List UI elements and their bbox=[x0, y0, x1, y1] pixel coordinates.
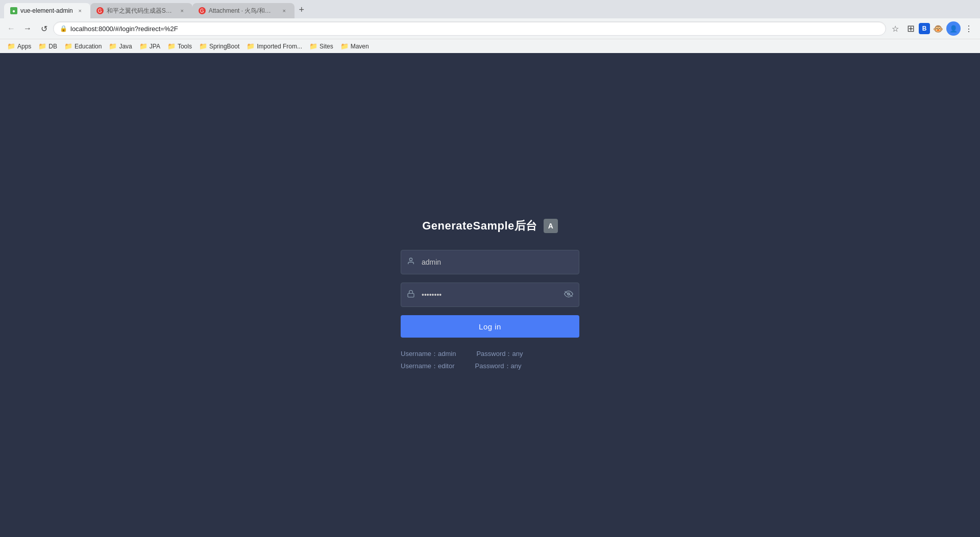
page-content: GenerateSample后台 A bbox=[0, 53, 980, 537]
bookmark-maven[interactable]: 📁 Maven bbox=[337, 41, 372, 51]
hint-section: Username：admin Password：any Username：edi… bbox=[401, 348, 579, 372]
tools-folder-icon: 📁 bbox=[167, 42, 176, 50]
svg-point-0 bbox=[409, 258, 412, 261]
bookmarks-bar: 📁 Apps 📁 DB 📁 Education 📁 Java 📁 JPA 📁 T… bbox=[0, 39, 980, 53]
hint-username-2: Username：editor bbox=[401, 360, 455, 372]
svg-rect-1 bbox=[408, 293, 414, 297]
forward-button[interactable]: → bbox=[20, 21, 35, 36]
username-input[interactable] bbox=[401, 250, 579, 274]
bookmark-springboot[interactable]: 📁 SpringBoot bbox=[196, 41, 242, 51]
browser-chrome: ● vue-element-admin × G 和平之翼代码生成器SME... … bbox=[0, 0, 980, 53]
imported-folder-icon: 📁 bbox=[247, 42, 255, 50]
bookmark-sites-label: Sites bbox=[320, 43, 333, 50]
menu-button[interactable]: ⋮ bbox=[962, 21, 976, 36]
maven-folder-icon: 📁 bbox=[340, 42, 349, 50]
back-button[interactable]: ← bbox=[4, 21, 18, 36]
page-title: GenerateSample后台 bbox=[422, 218, 537, 234]
bookmark-apps[interactable]: 📁 Apps bbox=[4, 41, 34, 51]
bookmark-sites[interactable]: 📁 Sites bbox=[306, 41, 336, 51]
tab-1-title: vue-element-admin bbox=[20, 7, 73, 14]
tab-3[interactable]: G Attachment · 火鸟/和平之... × bbox=[192, 3, 295, 18]
bookmark-imported[interactable]: 📁 Imported From... bbox=[243, 41, 305, 51]
address-bar-row: ← → ↺ 🔒 localhost:8000/#/login?redirect=… bbox=[0, 18, 980, 39]
bookmark-education-label: Education bbox=[75, 43, 102, 50]
address-lock-icon: 🔒 bbox=[60, 25, 67, 32]
tab-2[interactable]: G 和平之翼代码生成器SME... × bbox=[90, 3, 192, 18]
bookmark-tools-label: Tools bbox=[178, 43, 192, 50]
toolbar-right: ☆ ⊞ B 🐵 👤 ⋮ bbox=[888, 21, 976, 36]
login-title-row: GenerateSample后台 A bbox=[422, 218, 558, 234]
bookmark-java[interactable]: 📁 Java bbox=[106, 41, 135, 51]
hint-row-1: Username：admin Password：any bbox=[401, 348, 579, 360]
bitwarden-icon[interactable]: B bbox=[919, 23, 930, 34]
db-folder-icon: 📁 bbox=[38, 42, 46, 50]
hint-password-2: Password：any bbox=[475, 360, 522, 372]
bookmark-jpa-label: JPA bbox=[150, 43, 160, 50]
tab-bar: ● vue-element-admin × G 和平之翼代码生成器SME... … bbox=[0, 0, 980, 18]
bookmark-education[interactable]: 📁 Education bbox=[61, 41, 105, 51]
bookmark-springboot-label: SpringBoot bbox=[209, 43, 239, 50]
translate-icon-text: A bbox=[548, 222, 553, 230]
education-folder-icon: 📁 bbox=[64, 42, 72, 50]
user-icon bbox=[407, 257, 415, 267]
bookmark-maven-label: Maven bbox=[351, 43, 369, 50]
password-input[interactable] bbox=[401, 283, 579, 307]
login-container: GenerateSample后台 A bbox=[401, 218, 579, 372]
bookmark-jpa[interactable]: 📁 JPA bbox=[136, 41, 163, 51]
bookmark-db-label: DB bbox=[48, 43, 57, 50]
bookmark-star-button[interactable]: ☆ bbox=[888, 21, 902, 36]
tab-3-close[interactable]: × bbox=[280, 7, 288, 15]
hint-username-1: Username：admin bbox=[401, 348, 456, 360]
address-box[interactable]: 🔒 localhost:8000/#/login?redirect=%2F bbox=[53, 21, 886, 36]
tab-1-close[interactable]: × bbox=[76, 7, 84, 15]
password-toggle-icon[interactable] bbox=[564, 291, 573, 299]
bookmark-java-label: Java bbox=[119, 43, 132, 50]
apps-folder-icon: 📁 bbox=[7, 42, 15, 50]
bookmark-imported-label: Imported From... bbox=[257, 43, 302, 50]
translate-icon[interactable]: A bbox=[544, 219, 558, 233]
extensions-button[interactable]: ⊞ bbox=[903, 21, 918, 36]
profile-button[interactable]: 👤 bbox=[946, 21, 961, 36]
tab-1-favicon: ● bbox=[10, 7, 17, 14]
hint-row-2: Username：editor Password：any bbox=[401, 360, 579, 372]
login-button[interactable]: Log in bbox=[401, 315, 579, 338]
hint-password-1: Password：any bbox=[476, 348, 523, 360]
tab-2-close[interactable]: × bbox=[178, 7, 186, 15]
tab-1[interactable]: ● vue-element-admin × bbox=[4, 3, 90, 18]
password-form-group bbox=[401, 283, 579, 307]
bookmark-apps-label: Apps bbox=[17, 43, 31, 50]
tab-2-title: 和平之翼代码生成器SME... bbox=[107, 7, 175, 15]
tab-3-title: Attachment · 火鸟/和平之... bbox=[209, 7, 277, 15]
springboot-folder-icon: 📁 bbox=[199, 42, 207, 50]
addon-icon[interactable]: 🐵 bbox=[931, 21, 945, 36]
sites-folder-icon: 📁 bbox=[309, 42, 317, 50]
new-tab-button[interactable]: + bbox=[295, 3, 309, 17]
lock-icon bbox=[407, 290, 415, 300]
username-form-group bbox=[401, 250, 579, 274]
address-text: localhost:8000/#/login?redirect=%2F bbox=[70, 25, 879, 33]
bookmark-db[interactable]: 📁 DB bbox=[35, 41, 60, 51]
reload-button[interactable]: ↺ bbox=[37, 21, 51, 36]
tab-3-favicon: G bbox=[199, 7, 206, 14]
jpa-folder-icon: 📁 bbox=[139, 42, 148, 50]
bookmark-tools[interactable]: 📁 Tools bbox=[164, 41, 195, 51]
tab-2-favicon: G bbox=[96, 7, 104, 14]
java-folder-icon: 📁 bbox=[109, 42, 117, 50]
